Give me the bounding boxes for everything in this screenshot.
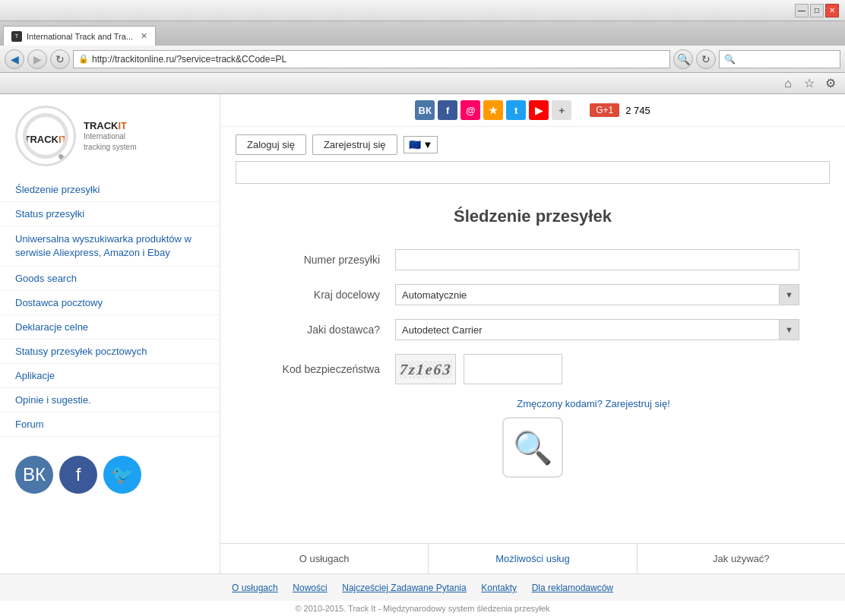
forward-button[interactable]: ▶ [27, 49, 47, 69]
sidebar-item-opinie[interactable]: Opinie i sugestie. [0, 388, 220, 412]
logo-it: IT [59, 134, 68, 145]
login-button[interactable]: Zaloguj się [236, 134, 306, 155]
carrier-value: Autodetect Carrier [396, 324, 779, 336]
footer-tab-2[interactable]: Jak używać? [638, 544, 845, 573]
tab-label: International Track and Tra... [27, 32, 133, 41]
browser-toolbar: ⌂ ☆ ⚙ [0, 73, 845, 94]
browser-search-icon: 🔍 [724, 54, 736, 65]
logo: TRACKIT [15, 106, 76, 166]
browser-tab[interactable]: T International Track and Tra... ✕ [3, 26, 156, 46]
sidebar-item-deklaracje[interactable]: Deklaracje celne [0, 315, 220, 340]
country-select[interactable]: Automatycznie ▼ [395, 284, 799, 305]
footer-links: O usługach Nowości Najcześciej Zadawane … [0, 573, 845, 601]
parcel-number-label: Numer przesyłki [266, 254, 388, 266]
top-search-bar[interactable] [236, 161, 830, 184]
tab-bar: T International Track and Tra... ✕ [0, 21, 845, 46]
back-button[interactable]: ◀ [5, 49, 24, 69]
carrier-label: Jaki dostawca? [266, 324, 388, 336]
form-title: Śledzenie przesyłek [266, 207, 799, 226]
gplus-button[interactable]: G+1 [590, 103, 619, 117]
header-row: Zaloguj się Zarejestruj się 🇪🇺 ▼ [220, 127, 845, 161]
captcha-row: Kod bezpieczeństwa 7z1e63 [266, 354, 799, 384]
nav-menu: Śledzenie przesyłki Status przesyłki Uni… [0, 174, 220, 441]
page-content: TRACKIT TRACKIT International [0, 94, 845, 616]
captcha-input[interactable] [464, 354, 562, 384]
captcha-image: 7z1e63 [395, 354, 456, 384]
nav-bar: ◀ ▶ ↻ 🔒 http://trackitonline.ru/?service… [0, 46, 845, 73]
country-value: Automatycznie [396, 289, 779, 301]
form-area: Śledzenie przesyłek Numer przesyłki Kraj… [220, 191, 845, 543]
country-row: Kraj docelowy Automatycznie ▼ [266, 284, 799, 305]
search-nav-button[interactable]: 🔍 [673, 49, 693, 69]
tw-share-btn[interactable]: t [506, 100, 526, 120]
footer-tab-0[interactable]: O usługach [220, 544, 429, 573]
sidebar-item-dostawca[interactable]: Dostawca pocztowy [0, 291, 220, 315]
footer-tabs: O usługach Możliwości usług Jak używać? [220, 543, 845, 573]
logo-track-big: TRACKIT [84, 120, 136, 131]
flag-dropdown-icon: ▼ [423, 139, 433, 150]
sidebar-item-status[interactable]: Status przesyłki [0, 202, 220, 226]
carrier-dropdown-arrow[interactable]: ▼ [779, 320, 799, 340]
vk-share-btn[interactable]: ВК [415, 100, 435, 120]
sidebar-item-goods[interactable]: Goods search [0, 267, 220, 291]
country-dropdown-arrow[interactable]: ▼ [779, 285, 799, 305]
sidebar: TRACKIT TRACKIT International [0, 94, 220, 573]
fb-share-btn[interactable]: f [438, 100, 457, 120]
sidebar-item-aplikacje[interactable]: Aplikacje [0, 364, 220, 388]
footer-link-4[interactable]: Dla reklamodawców [532, 583, 613, 593]
search-button-wrap: 🔍 [266, 417, 799, 478]
logo-track: TRACK [24, 134, 59, 145]
mail-share-btn[interactable]: @ [460, 100, 480, 120]
sidebar-fb-icon[interactable]: f [59, 456, 97, 494]
sidebar-item-sledzenie[interactable]: Śledzenie przesyłki [0, 178, 220, 202]
footer-link-2[interactable]: Najcześciej Zadawane Pytania [342, 583, 466, 593]
address-icon: 🔒 [78, 54, 89, 64]
footer-link-0[interactable]: O usługach [232, 583, 278, 593]
carrier-select[interactable]: Autodetect Carrier ▼ [395, 319, 799, 340]
maximize-button[interactable]: □ [810, 4, 824, 17]
sidebar-social-icons: ВК f 🐦 [0, 441, 220, 509]
captcha-text: 7z1e63 [399, 361, 453, 378]
parcel-number-input[interactable] [395, 249, 799, 270]
search-magnifier-icon: 🔍 [513, 429, 552, 466]
address-bar[interactable]: 🔒 http://trackitonline.ru/?service=track… [73, 50, 670, 68]
country-label: Kraj docelowy [266, 289, 388, 301]
sidebar-item-universal[interactable]: Uniwersalna wyszukiwarka produktów w ser… [0, 226, 220, 267]
star-icon[interactable]: ☆ [801, 75, 818, 92]
gplus-area: G+1 2 745 [590, 103, 650, 117]
footer-link-3[interactable]: Kontakty [481, 583, 517, 593]
sidebar-item-statusy[interactable]: Statusy przesyłek pocztowych [0, 340, 220, 364]
logo-subtitle: International tracking system [84, 131, 136, 153]
home-icon[interactable]: ⌂ [780, 75, 796, 92]
register-button[interactable]: Zarejestruj się [312, 134, 397, 155]
sidebar-item-forum[interactable]: Forum [0, 412, 220, 437]
footer-copy: © 2010-2015. Track It - Międzynarodowy s… [0, 601, 845, 616]
minimize-button[interactable]: — [795, 4, 809, 17]
gplus-count: 2 745 [625, 105, 650, 116]
parcel-number-row: Numer przesyłki [266, 249, 799, 270]
top-social-bar: ВК f @ ★ t ▶ + G+1 2 745 [220, 94, 845, 127]
sidebar-tw-icon[interactable]: 🐦 [103, 456, 141, 494]
tab-close-button[interactable]: ✕ [141, 31, 147, 41]
logo-area: TRACKIT TRACKIT International [0, 94, 220, 174]
yt-share-btn[interactable]: ▶ [529, 100, 549, 120]
flag-icon: 🇪🇺 [409, 139, 421, 150]
title-bar: — □ ✕ [0, 0, 845, 21]
captcha-label: Kod bezpieczeństwa [266, 363, 388, 375]
refresh-nav-button[interactable]: ↻ [696, 49, 716, 69]
search-submit-button[interactable]: 🔍 [502, 417, 563, 478]
gear-icon[interactable]: ⚙ [822, 75, 839, 92]
more-share-btn[interactable]: + [552, 100, 571, 120]
ok-share-btn[interactable]: ★ [483, 100, 503, 120]
footer-tab-1[interactable]: Możliwości usług [429, 544, 637, 573]
refresh-button[interactable]: ↻ [50, 49, 70, 69]
tired-link[interactable]: Zmęczony kodami? Zarejestruj się! [517, 398, 670, 409]
tab-favicon: T [11, 31, 22, 42]
language-selector[interactable]: 🇪🇺 ▼ [404, 136, 438, 153]
footer-link-1[interactable]: Nowości [293, 583, 327, 593]
main-content: ВК f @ ★ t ▶ + G+1 2 745 Zaloguj [220, 94, 845, 573]
captcha-area: 7z1e63 [395, 354, 562, 384]
sidebar-vk-icon[interactable]: ВК [15, 456, 53, 494]
browser-search-box[interactable]: 🔍 [719, 50, 840, 68]
close-button[interactable]: ✕ [825, 4, 839, 17]
